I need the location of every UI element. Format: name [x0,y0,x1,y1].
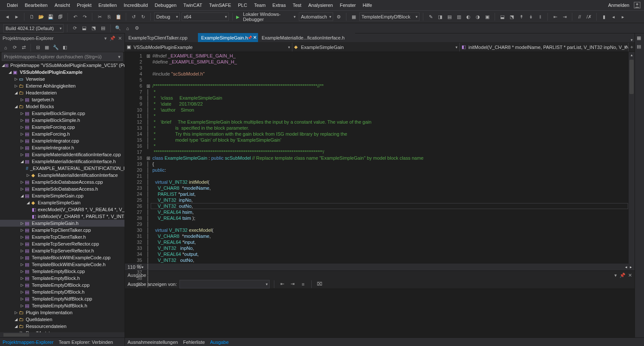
file-tab[interactable]: ExampleSimpleGain.h📌✕ [198,33,258,42]
code-content[interactable]: #ifndef _EXAMPLE_SIMPLE_GAIN_H_#define _… [151,52,628,264]
tree-item[interactable]: ▷▤TemplateEmptyBlock.h [0,275,125,282]
chevron-icon[interactable]: ▷ [20,249,24,253]
chevron-icon[interactable]: ▷ [20,269,24,273]
redo2-icon[interactable]: ↻ [139,13,147,21]
chevron-icon[interactable]: ◢ [14,324,18,328]
menu-incredibuild[interactable]: Incredibuild [120,0,151,10]
platform-combo[interactable]: x64 [182,12,229,21]
copy-icon[interactable]: ⎘ [105,13,113,21]
bookmark-icon[interactable]: ▮ [600,13,608,21]
login-link[interactable]: Anmelden [605,3,632,8]
chevron-icon[interactable]: ▷ [20,297,24,301]
tree-item[interactable]: ▷▤ExampleTcpClientTalker.cpp [0,227,125,234]
menu-twinsafe[interactable]: TwinSAFE [206,0,234,10]
tree-item[interactable]: ▷▤targetver.h [0,96,125,103]
menu-bearbeiten[interactable]: Bearbeiten [21,0,51,10]
bottom-tab[interactable]: Projektmappen-Explorer [3,340,54,345]
dbg-icon[interactable]: ⚙ [335,13,343,21]
chevron-icon[interactable]: ▷ [14,310,18,315]
tree-item[interactable]: ◢▤ExampleSimpleGain.cpp [0,192,125,199]
nav-scope-combo[interactable]: ▣ VSSubModelPluginExample [125,43,292,52]
tree-item[interactable]: ▷▤ExampleTcpServerReflector.h [0,247,125,254]
chevron-icon[interactable]: ▷ [20,125,24,129]
bottom-tab[interactable]: Team Explorer: Verbinden [59,340,113,345]
auto-combo[interactable]: Automatisch [299,12,333,21]
tool-f[interactable]: ◑ [474,13,482,21]
tool-d[interactable]: ▥ [455,13,463,21]
preview-icon[interactable]: ◧ [61,44,69,52]
tree-item[interactable]: ◢🗀Model Blocks [0,103,125,110]
build-combo[interactable]: Build 4024.12 (Default) [3,24,64,33]
nav-plus-icon[interactable]: ＋ [629,44,635,50]
nav-back-icon[interactable]: ◄ [3,13,11,21]
bottom-tab[interactable]: Ausnahmeeinstellungen [128,340,178,345]
tree-item[interactable]: ▷▤ExampleMaterialIdentificationInterface… [0,151,125,158]
chevron-icon[interactable]: ▷ [26,173,30,177]
tree-item[interactable]: ▷▤ExampleForcing.h [0,131,125,137]
chevron-icon[interactable]: ▷ [20,152,24,157]
tool-h[interactable]: ⬓ [498,13,506,21]
panel-pin-icon[interactable]: 📌 [109,36,115,41]
tree-item[interactable]: ▷▤ExampleForcing.cpp [0,124,125,131]
properties-icon[interactable]: 🔧 [52,44,60,52]
debugger-combo[interactable]: Lokaler Windows-Debugger [241,12,297,21]
refresh-icon[interactable]: ⟳ [11,44,18,52]
open-icon[interactable]: 📂 [37,13,45,21]
tree-item[interactable]: ▷▤TemplateEmptyNdfBlock.h [0,302,125,309]
tool-k[interactable]: ↡ [527,13,535,21]
tree-item[interactable]: ▷▤ExampleSdoDatabaseAccess.h [0,185,125,192]
tree-item[interactable]: ▷▭Verweise [0,76,125,82]
undo2-icon[interactable]: ↺ [130,13,137,21]
chevron-icon[interactable]: ▷ [20,139,24,143]
tool-g[interactable]: ▣ [483,13,491,21]
chevron-icon[interactable]: ▷ [20,118,24,122]
solution-tree[interactable]: ◢⊞Projektmappe "VSSubModelPluginExample_… [0,61,125,332]
chevron-icon[interactable]: ▷ [20,111,24,115]
home-icon[interactable]: ⌂ [2,44,9,52]
menu-datei[interactable]: Datei [3,0,21,10]
tool-i[interactable]: ⬔ [508,13,516,21]
file-tab[interactable]: ExampleTcpClientTalker.cpp [125,33,198,42]
chevron-icon[interactable]: ▷ [20,180,24,184]
bm-prev-icon[interactable]: ◂ [610,13,617,21]
tc-icon-1[interactable]: ▦ [350,13,358,21]
chevron-icon[interactable]: ▷ [20,221,24,225]
out-tool-3[interactable]: ≡ [299,280,307,288]
tree-item[interactable]: ▷▤ExampleBlockSimple.h [0,117,125,124]
menu-extras[interactable]: Extras [269,0,289,10]
bottom-tab[interactable]: Ausgabe [210,340,228,345]
tree-item[interactable]: ▷▤TemplateEmptyDfBlock.h [0,288,125,295]
panel-dropdown-icon[interactable]: ▾ [104,36,107,41]
chevron-icon[interactable]: ▷ [14,77,18,81]
tree-item[interactable]: ◢▣VSSubModelPluginExample [0,69,125,76]
tree-item[interactable]: ◢🗀Quelldateien [0,316,125,323]
collapse-icon[interactable]: ⊟ [34,44,42,52]
search-dropdown-icon[interactable]: ▾ [118,54,121,60]
chevron-icon[interactable]: ◢ [20,194,24,198]
undo-icon[interactable]: ↶ [71,13,79,21]
chevron-icon[interactable]: ▷ [14,84,18,88]
nav-member-combo[interactable]: ◧ initModel(V_CHAR8 * modelName, PARLIST… [460,43,629,52]
chevron-icon[interactable]: ▷ [20,255,24,260]
comment-icon[interactable]: // [576,13,583,21]
horizontal-scrollbar[interactable] [0,332,125,337]
tc-tool-6[interactable]: ⌂ [124,24,131,32]
user-icon[interactable] [634,2,641,9]
file-tab[interactable]: ExampleMaterialIde...ficationInterface.h [258,33,355,42]
tab-overflow-icon[interactable]: ▾ [629,38,635,42]
nav-fwd-icon[interactable]: ► [13,13,21,21]
chevron-icon[interactable]: ▷ [20,146,24,150]
tree-item[interactable]: ▷▤ExampleTcpServerReflector.cpp [0,240,125,247]
tab-pin-icon[interactable]: 📌 [247,36,252,40]
tree-item[interactable]: ▷▤ExampleBlockSimple.cpp [0,110,125,117]
tc-tool-5[interactable]: 🔍 [114,24,122,32]
cut-icon[interactable]: ✂ [96,13,103,21]
save-all-icon[interactable]: 🗐 [56,13,64,21]
paste-icon[interactable]: 📋 [115,13,122,21]
tree-item[interactable]: ▷▤TemplateBlockWithExampleCode.cpp [0,254,125,261]
menu-plc[interactable]: PLC [234,0,250,10]
menu-hilfe[interactable]: Hilfe [359,0,376,10]
tree-item[interactable]: ▷▤ExampleIntegrator.cpp [0,137,125,144]
chevron-icon[interactable]: ◢ [14,104,18,109]
tree-item[interactable]: ▷▤TemplateBlockWithExampleCode.h [0,261,125,268]
